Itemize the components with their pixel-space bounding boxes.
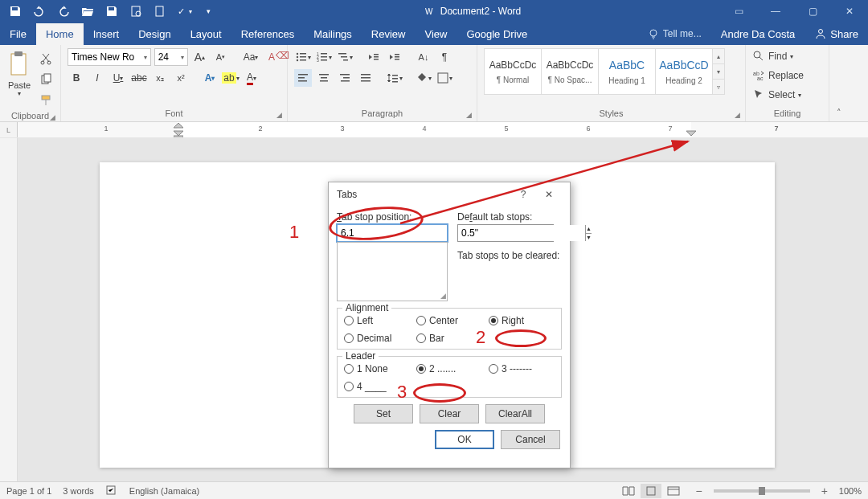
- svg-rect-55: [647, 487, 655, 495]
- read-mode-icon[interactable]: [618, 484, 639, 498]
- status-words[interactable]: 3 words: [63, 486, 94, 496]
- status-language[interactable]: English (Jamaica): [129, 486, 199, 496]
- annotation-arrow: [0, 0, 868, 499]
- svg-line-53: [400, 141, 688, 223]
- zoom-out-icon[interactable]: −: [695, 485, 702, 497]
- print-layout-icon[interactable]: [641, 484, 661, 498]
- status-bar: Page 1 of 1 3 words English (Jamaica) − …: [0, 481, 868, 499]
- web-layout-icon[interactable]: [663, 484, 684, 498]
- status-page[interactable]: Page 1 of 1: [6, 486, 51, 496]
- zoom-slider[interactable]: [714, 489, 810, 493]
- zoom-in-icon[interactable]: +: [821, 485, 828, 497]
- status-proofing-icon[interactable]: [105, 484, 118, 498]
- svg-rect-56: [668, 487, 679, 495]
- zoom-value[interactable]: 100%: [839, 486, 862, 496]
